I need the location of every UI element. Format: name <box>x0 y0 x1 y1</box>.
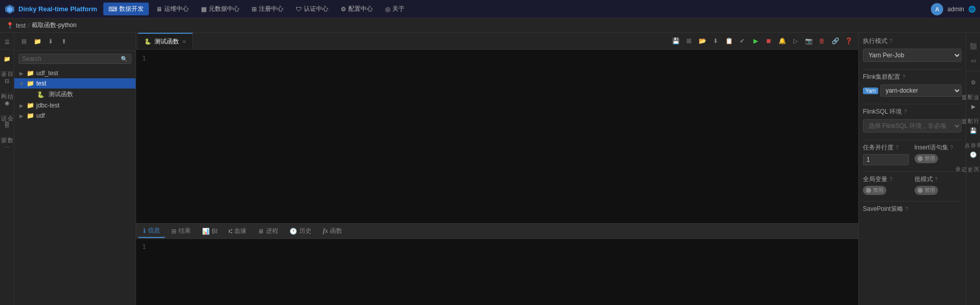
savepoint-button[interactable]: 💾 <box>967 124 979 137</box>
editor-tabs: 🐍 测试函数 ✕ <box>136 33 666 49</box>
new-folder-button[interactable]: 📁 <box>32 36 43 47</box>
breadcrumb-item-0[interactable]: test <box>16 22 26 29</box>
gear-icon: ⚙ <box>341 6 346 13</box>
expand-all-button[interactable]: ⊞ <box>18 36 30 47</box>
editor-tab-jiqu[interactable]: 🐍 测试函数 ✕ <box>138 33 193 49</box>
save-button[interactable]: 💾 <box>670 35 681 47</box>
globe-icon[interactable]: 🌐 <box>968 6 976 13</box>
divider-1 <box>863 69 962 70</box>
flink-cluster-select[interactable]: yarn-docker <box>880 84 962 97</box>
open-button[interactable]: 📂 <box>697 35 708 47</box>
nav-data-dev[interactable]: ⌨ 数据开发 <box>103 3 149 15</box>
bell-button[interactable]: 🔔 <box>776 35 788 47</box>
tree-label: test <box>36 80 46 87</box>
exec-mode-select[interactable]: Yarn Per-Job Local Standalone Yarn Sessi… <box>863 49 962 62</box>
exec-config-button[interactable]: ▶ <box>967 100 979 113</box>
search-input[interactable] <box>22 55 121 62</box>
link-button[interactable]: 🔗 <box>830 35 841 47</box>
bottom-tab-functions[interactable]: fx 函数 <box>318 225 347 237</box>
bottom-content-area: 1 <box>136 239 858 305</box>
sidebar-more-icon[interactable]: ··· <box>1 141 13 153</box>
sidebar-session-icon[interactable]: ◉ <box>1 97 13 109</box>
shrink-editor-button[interactable]: ▭ <box>967 54 979 67</box>
code-content[interactable] <box>152 54 852 219</box>
user-avatar[interactable]: A <box>931 3 943 15</box>
table-icon: ⊞ <box>171 228 176 235</box>
nav-auth[interactable]: 🛡 认证中心 <box>291 3 333 15</box>
exec-mode-help-icon[interactable]: ? <box>889 38 893 44</box>
upload-button[interactable]: ⬆ <box>58 36 70 47</box>
bottom-line-number: 1 <box>142 243 146 250</box>
tree-item-jdbc-test[interactable]: ▶ 📁 jdbc-test <box>14 100 136 111</box>
search-box: 🔍 <box>18 54 131 64</box>
version-history-button[interactable]: 🕐 <box>967 148 979 161</box>
sidebar-menu-icon[interactable]: ☰ <box>1 36 13 48</box>
bottom-tab-progress[interactable]: 🖥 进程 <box>253 225 283 237</box>
top-navigation: Dinky Real-time Platform ⌨ 数据开发 🖥 运维中心 ▦… <box>0 0 980 18</box>
tree-item-jiqu[interactable]: 🐍 测试函数 <box>14 89 136 100</box>
nav-ops[interactable]: 🖥 运维中心 <box>151 3 194 15</box>
download-button[interactable]: ⬇ <box>45 36 56 47</box>
tree-item-test[interactable]: ▼ 📁 test <box>14 78 136 89</box>
info-icon: ℹ <box>143 227 146 234</box>
task-parallel-help-icon[interactable]: ? <box>896 145 899 150</box>
snapshot-button[interactable]: 📷 <box>803 35 814 47</box>
file-icon: 🐍 <box>144 38 151 45</box>
bottom-tab-bi[interactable]: 📊 BI <box>197 226 222 237</box>
chart-icon: 📊 <box>202 228 210 235</box>
run-button[interactable]: ▶ <box>750 35 761 47</box>
expand-editor-button[interactable]: ⬛ <box>967 40 979 52</box>
copy-button[interactable]: 📋 <box>723 35 734 47</box>
tree-item-udf-test[interactable]: ▶ 📁 udf_test <box>14 68 136 78</box>
insert-stmt-help-icon[interactable]: ? <box>950 145 953 150</box>
sidebar-datasource-icon[interactable]: 🗄 <box>1 119 13 131</box>
global-var-help-icon[interactable]: ? <box>889 177 893 182</box>
stop-button[interactable]: ⏹ <box>763 35 774 47</box>
tree-item-udf[interactable]: ▶ 📁 udf <box>14 111 136 121</box>
bottom-tab-result[interactable]: ⊞ 结果 <box>166 225 196 237</box>
info-circle-icon: ◎ <box>385 6 390 13</box>
nav-register[interactable]: ⊞ 注册中心 <box>247 3 288 15</box>
job-config-button[interactable]: ⚙ <box>967 76 979 89</box>
flinksql-env-label: FlinkSQL 环境 ? <box>863 107 962 116</box>
deploy-button[interactable]: ▷ <box>790 35 801 47</box>
divider-2 <box>863 104 962 104</box>
insert-stmt-toggle[interactable]: 禁用 <box>915 154 938 163</box>
breadcrumb: 📍 test / 截取函数-python <box>0 18 980 33</box>
tab-close-button[interactable]: ✕ <box>182 39 186 45</box>
nav-about[interactable]: ◎ 关于 <box>380 3 410 15</box>
shield-icon: 🛡 <box>296 6 302 13</box>
savepoint-help-icon[interactable]: ? <box>905 206 908 212</box>
right-side-icons: ⬛ ▭ ⚙ 作业配置 ▶ 执行配置 💾 保存点 🕐 版本历史记录 <box>966 33 980 305</box>
bottom-tab-info[interactable]: ℹ 信息 <box>138 224 165 238</box>
left-sidebar-icons: ☰ 📁 目录 ⊟ 结构 ◉ 会话 🗄 目数据源 ··· <box>0 33 14 305</box>
check-button[interactable]: ✔ <box>737 35 748 47</box>
username-label: admin <box>947 6 964 13</box>
bottom-tab-lineage[interactable]: ⑆ 血缘 <box>224 225 252 237</box>
task-parallel-input[interactable] <box>863 154 909 165</box>
flinksql-env-help-icon[interactable]: ? <box>904 109 907 115</box>
share-icon: ⑆ <box>229 228 232 235</box>
app-logo[interactable]: Dinky Real-time Platform <box>4 4 97 15</box>
flinksql-env-select[interactable]: 选择 FlinkSQL 环境，非必项 <box>863 119 962 133</box>
download-button[interactable]: ⬇ <box>710 35 721 47</box>
nav-config[interactable]: ⚙ 配置中心 <box>336 3 378 15</box>
flink-cluster-help-icon[interactable]: ? <box>902 74 905 80</box>
bottom-tab-history[interactable]: 🕐 历史 <box>284 225 317 237</box>
help-button[interactable]: ❓ <box>843 35 854 47</box>
global-var-toggle[interactable]: 禁用 <box>863 186 886 195</box>
format-button[interactable]: ⊞ <box>683 35 695 47</box>
tree-label: udf_test <box>36 70 58 77</box>
nav-meta[interactable]: ▦ 元数据中心 <box>196 3 244 15</box>
delete-button[interactable]: 🗑 <box>816 35 828 47</box>
batch-mode-toggle[interactable]: 禁用 <box>915 186 938 195</box>
yarn-badge: Yarn <box>863 88 878 94</box>
bottom-panel: ℹ 信息 ⊞ 结果 📊 BI ⑆ 血缘 🖥 进程 <box>136 223 858 305</box>
code-editor[interactable]: 1 <box>136 50 858 223</box>
exec-mode-label: 执行模式 ? <box>863 37 962 46</box>
batch-mode-help-icon[interactable]: ? <box>935 177 938 182</box>
grid-icon: ⊞ <box>252 6 257 13</box>
sidebar-filetree-icon[interactable]: 📁 <box>1 53 13 65</box>
sidebar-structure-icon[interactable]: ⊟ <box>1 75 13 87</box>
toggle-dot <box>918 156 923 161</box>
